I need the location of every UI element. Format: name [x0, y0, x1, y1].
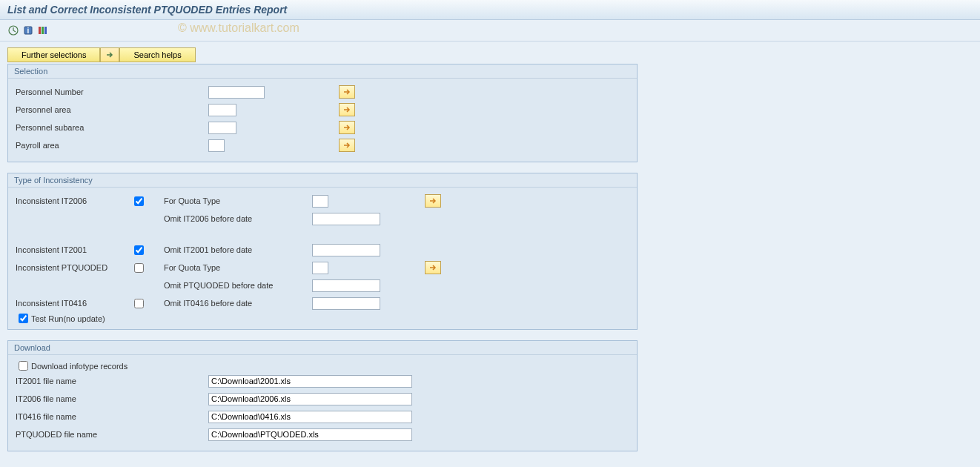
it2006-file-input[interactable]	[208, 393, 412, 405]
for-quota-type-label-1: For Quota Type	[164, 196, 282, 205]
search-helps-button[interactable]: Search helps	[119, 47, 195, 62]
omit-it0416-input[interactable]	[312, 297, 380, 310]
it0416-file-label: IT0416 file name	[16, 412, 134, 421]
payroll-area-multi-button[interactable]	[339, 139, 355, 152]
page-title: List and Correct Inconsistent PTQUODED E…	[0, 0, 980, 20]
selection-group-title: Selection	[8, 64, 637, 79]
personnel-area-multi-button[interactable]	[339, 103, 355, 116]
svg-rect-3	[39, 27, 41, 34]
omit-ptquoded-label: Omit PTQUODED before date	[164, 281, 282, 290]
svg-text:i: i	[27, 27, 30, 35]
ptquoded-checkbox[interactable]	[134, 263, 144, 273]
omit-it2001-label: Omit IT2001 before date	[164, 245, 282, 254]
it2001-file-input[interactable]	[208, 375, 412, 388]
download-records-checkbox[interactable]	[19, 361, 28, 371]
omit-it2006-label: Omit IT2006 before date	[164, 214, 282, 223]
watermark: © www.tutorialkart.com	[178, 21, 299, 35]
download-group-title: Download	[8, 341, 637, 355]
it2001-checkbox[interactable]	[134, 245, 144, 255]
selection-group: Selection Personnel Number Personnel are…	[7, 64, 638, 162]
payroll-area-input[interactable]	[208, 139, 225, 152]
further-selections-button[interactable]: Further selections	[7, 47, 100, 62]
payroll-area-label: Payroll area	[16, 141, 134, 150]
quota-type-input-2[interactable]	[312, 262, 328, 274]
omit-it0416-label: Omit IT0416 before date	[164, 299, 282, 308]
quota-type-input-1[interactable]	[312, 195, 328, 208]
it0416-checkbox[interactable]	[134, 299, 144, 308]
personnel-subarea-multi-button[interactable]	[339, 121, 355, 134]
toolbar: i © www.tutorialkart.com	[0, 20, 980, 42]
it2006-checkbox[interactable]	[134, 196, 144, 206]
personnel-subarea-input[interactable]	[208, 122, 236, 134]
svg-rect-4	[42, 27, 44, 34]
download-records-label: Download infotype records	[31, 362, 128, 371]
inconsistency-group-title: Type of Inconsistency	[8, 173, 637, 188]
test-run-label: Test Run(no update)	[31, 314, 105, 323]
it0416-label: Inconsistent IT0416	[16, 299, 134, 308]
personnel-subarea-label: Personnel subarea	[16, 123, 134, 132]
personnel-area-label: Personnel area	[16, 105, 134, 114]
personnel-number-input[interactable]	[208, 86, 265, 99]
it0416-file-input[interactable]	[208, 411, 412, 423]
execute-icon[interactable]	[7, 24, 19, 36]
inconsistency-group: Type of Inconsistency Inconsistent IT200…	[7, 173, 638, 330]
ptquoded-file-label: PTQUODED file name	[16, 430, 134, 439]
ptquoded-label: Inconsistent PTQUODED	[16, 263, 134, 272]
for-quota-type-label-2: For Quota Type	[164, 263, 282, 272]
quota-type-multi-button-1[interactable]	[425, 194, 441, 208]
download-group: Download Download infotype records IT200…	[7, 340, 638, 451]
ptquoded-file-input[interactable]	[208, 428, 412, 441]
omit-ptquoded-input[interactable]	[312, 279, 380, 292]
omit-it2001-input[interactable]	[312, 244, 380, 256]
info-icon[interactable]: i	[22, 24, 34, 36]
svg-rect-5	[44, 27, 47, 34]
arrow-right-button[interactable]	[100, 47, 119, 62]
personnel-number-multi-button[interactable]	[339, 85, 355, 99]
test-run-checkbox[interactable]	[19, 314, 28, 323]
it2006-file-label: IT2006 file name	[16, 394, 134, 403]
color-bars-icon[interactable]	[37, 24, 49, 36]
personnel-number-label: Personnel Number	[16, 87, 134, 96]
it2001-file-label: IT2001 file name	[16, 377, 134, 385]
personnel-area-input[interactable]	[208, 104, 236, 116]
it2001-label: Inconsistent IT2001	[16, 245, 134, 254]
it2006-label: Inconsistent IT2006	[16, 196, 134, 205]
quota-type-multi-button-2[interactable]	[425, 261, 441, 274]
omit-it2006-input[interactable]	[312, 213, 380, 225]
